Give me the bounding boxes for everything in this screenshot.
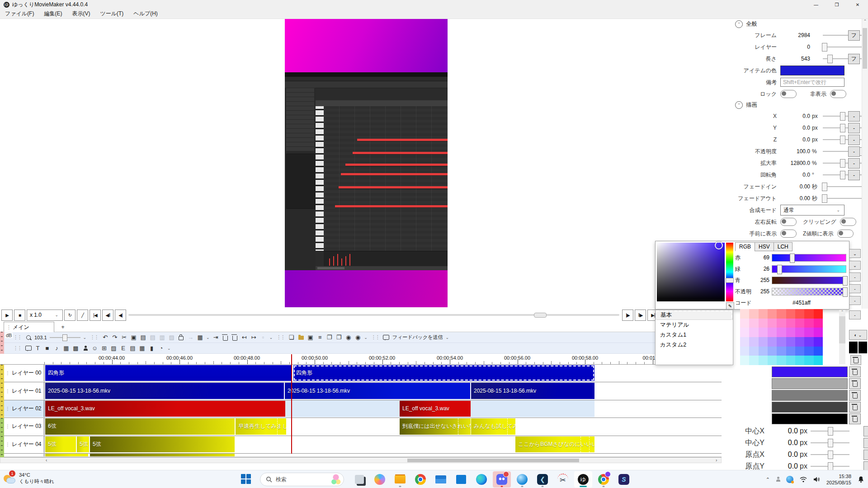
range-select-button[interactable]: ▫	[259, 333, 268, 342]
property-slider[interactable]	[823, 182, 862, 191]
palette-cell[interactable]	[814, 356, 823, 365]
saturation-value-square[interactable]	[657, 243, 725, 301]
timeline-clip[interactable]: 早速再生してみましょ	[236, 418, 286, 434]
lock-button[interactable]	[177, 333, 185, 342]
palette-cell[interactable]	[804, 337, 813, 347]
palette-cell[interactable]	[777, 309, 786, 319]
chevron-down-icon[interactable]: ⌄	[269, 335, 273, 340]
gradient-color-swatch[interactable]	[772, 402, 848, 413]
task-view-icon[interactable]	[350, 471, 368, 488]
palette-cell[interactable]	[749, 309, 758, 319]
tray-person-icon[interactable]	[776, 476, 780, 483]
palette-cell[interactable]	[740, 328, 749, 337]
palette-list-item-マテリアル[interactable]: マテリアル	[656, 320, 733, 330]
picker-channel-value[interactable]: 255	[757, 277, 769, 283]
collapse-icon[interactable]: ⌃	[735, 20, 743, 28]
property-value[interactable]: 0.0	[764, 439, 798, 447]
palette-link-button[interactable]: -	[849, 310, 861, 319]
delete-effect-button[interactable]	[850, 355, 861, 365]
search-box[interactable]: 検索	[260, 473, 344, 486]
slider-thumb[interactable]	[840, 112, 845, 121]
gradient-color-swatch[interactable]	[772, 413, 848, 424]
property-slider[interactable]	[823, 42, 862, 52]
edge-icon[interactable]	[472, 471, 491, 488]
menu-1[interactable]: 編集(E)	[39, 9, 67, 19]
palette-list-item-カスタム2[interactable]: カスタム2	[656, 340, 733, 350]
notification-bell-icon[interactable]: z	[857, 476, 865, 483]
capture-all-button[interactable]: ◉	[354, 333, 362, 342]
next-frame-button[interactable]: ‖▶	[635, 310, 646, 321]
delete-color-button[interactable]	[849, 413, 861, 424]
slider-thumb[interactable]	[822, 183, 827, 191]
shift-right-button[interactable]: ↦	[250, 333, 258, 342]
timer-item-button[interactable]: ◔	[157, 344, 165, 352]
chrome-profile-icon[interactable]	[594, 471, 613, 488]
chevron-down-icon[interactable]: ⌄	[83, 335, 87, 340]
picker-slider-thumb[interactable]	[777, 265, 782, 274]
timeline-clip[interactable]: 5弦	[90, 436, 235, 452]
palette-cell[interactable]	[804, 328, 813, 337]
timeline-hscrollbar[interactable]: ‹ ›	[0, 457, 722, 463]
palette-scrollbar-thumb[interactable]	[839, 316, 845, 343]
slider-thumb[interactable]	[840, 136, 845, 144]
new-item-button[interactable]: ❏	[287, 333, 296, 342]
clock[interactable]: 15:38 2025/08/15	[826, 473, 851, 486]
palette-cell[interactable]	[814, 328, 823, 337]
audio-item-button[interactable]: ♪	[52, 344, 61, 352]
snipping-tool-icon[interactable]: ✂	[554, 471, 572, 488]
property-slider[interactable]	[811, 450, 849, 459]
palette-cell[interactable]	[814, 337, 823, 347]
black-color-swatch-2[interactable]	[859, 342, 867, 353]
playback-speed-select[interactable]: x 1.0⌄	[27, 310, 63, 321]
drag-grip[interactable]: ⋮⋮	[90, 334, 98, 340]
layer-label[interactable]: ⋮レイヤー 03	[4, 418, 44, 435]
picker-slider-thumb[interactable]	[843, 287, 848, 297]
slider-thumb[interactable]	[828, 427, 833, 436]
slider-thumb[interactable]	[840, 124, 845, 132]
split-button[interactable]: ⇥	[212, 333, 220, 342]
palette-cell[interactable]	[749, 356, 758, 365]
step-forward-button[interactable]: |▶	[622, 310, 633, 321]
property-slider[interactable]	[823, 194, 862, 203]
item-color-swatch[interactable]	[780, 66, 844, 75]
chevron-down-icon[interactable]: ⌄	[206, 335, 210, 340]
drag-grip[interactable]: ⋮⋮	[276, 334, 284, 340]
layer-label[interactable]: ⋮レイヤー 00	[4, 365, 44, 381]
property-link-button[interactable]: -	[848, 135, 860, 145]
group-item-button[interactable]: ▩	[71, 344, 80, 352]
picker-channel-slider[interactable]	[772, 254, 846, 262]
effect-link-2[interactable]: -	[849, 284, 861, 293]
gradient-color-swatch[interactable]	[772, 390, 848, 401]
explorer-icon[interactable]	[391, 471, 409, 488]
property-value[interactable]: 0.0	[777, 136, 810, 143]
seek-slider[interactable]	[128, 314, 619, 316]
template-item-button[interactable]: ▦	[138, 344, 146, 352]
property-link-button[interactable]: フ	[848, 30, 860, 41]
palette-cell[interactable]	[786, 347, 795, 356]
add-tab-button[interactable]: +	[59, 323, 67, 331]
palette-cell[interactable]	[786, 309, 795, 319]
chevron-down-icon[interactable]: ⌄	[446, 335, 449, 340]
palette-cell[interactable]	[759, 328, 768, 337]
slider-thumb[interactable]	[822, 43, 827, 52]
palette-cell[interactable]	[804, 347, 813, 356]
toggle-非表示[interactable]	[830, 90, 846, 98]
picker-channel-value[interactable]: 26	[757, 266, 769, 272]
palette-cell[interactable]	[740, 309, 749, 319]
timeline-clip[interactable]: 四角形	[45, 365, 292, 381]
paste-insert-button[interactable]: ▤	[148, 333, 157, 342]
gradient-color-swatch[interactable]	[772, 378, 848, 389]
palette-cell[interactable]	[749, 337, 758, 347]
shift-left-button[interactable]: ↤	[240, 333, 249, 342]
tray-chevron-icon[interactable]: ⌃	[766, 477, 770, 483]
start-button[interactable]	[241, 474, 252, 485]
hscroll-thumb[interactable]	[407, 459, 579, 462]
property-link-button[interactable]: -	[848, 146, 860, 157]
delete-button[interactable]	[221, 333, 230, 342]
palette-cell[interactable]	[768, 328, 777, 337]
slider-thumb[interactable]	[840, 171, 845, 179]
video-preview[interactable]	[285, 19, 448, 307]
toggle-ロック[interactable]	[780, 90, 797, 98]
effect-link-3[interactable]: -	[849, 296, 861, 305]
chevron-down-icon[interactable]: ⌄	[167, 346, 171, 351]
